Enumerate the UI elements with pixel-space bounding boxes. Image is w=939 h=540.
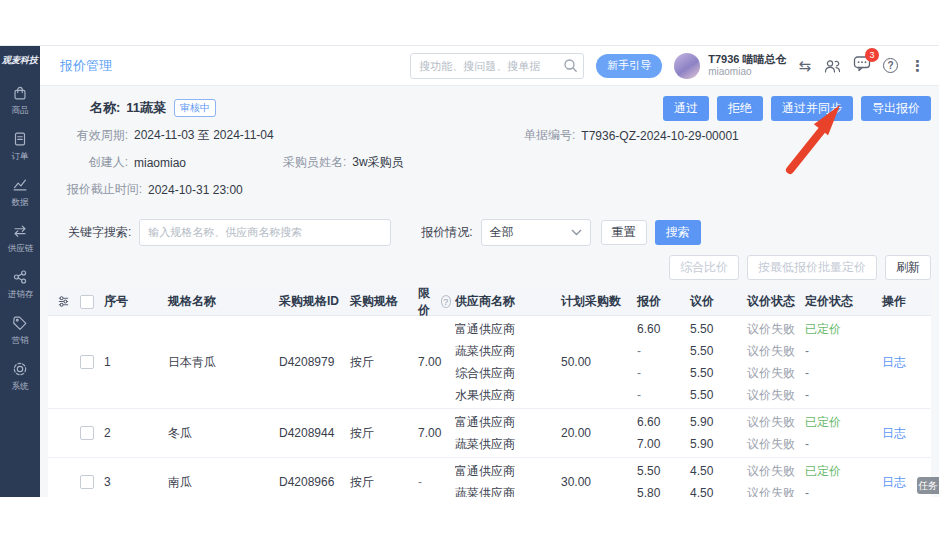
negotiated-prices: 5.505.505.505.50	[686, 318, 743, 406]
pricing-status: 已定价-	[801, 411, 857, 455]
help-icon[interactable]: ?	[883, 58, 898, 73]
task-floating-tab[interactable]: 任务	[917, 477, 939, 494]
period-value: 2024-11-03 至 2024-11-04	[134, 127, 274, 144]
quote-status-value: 全部	[490, 224, 514, 241]
row-index: 2	[100, 411, 164, 455]
sidebar-item-marketing[interactable]: 营销	[0, 307, 40, 353]
column-header: 议价状态	[743, 288, 801, 315]
messages-button[interactable]: 3	[853, 55, 871, 76]
column-header: 采购规格ID	[275, 288, 346, 315]
spec-id: D4208944	[275, 411, 346, 455]
sidebar-item-goods[interactable]: 商品	[0, 77, 40, 123]
switch-account-icon[interactable]: ⇆	[798, 58, 811, 73]
pricing-status: 已定价---	[801, 318, 857, 406]
column-header: 限价?	[414, 288, 451, 315]
sidebar-item-inventory[interactable]: 进销存	[0, 261, 40, 307]
reset-button[interactable]: 重置	[601, 220, 647, 245]
sidebar-item-data[interactable]: 数据	[0, 169, 40, 215]
global-search	[410, 53, 584, 79]
bag-icon	[11, 84, 29, 102]
screenshot-canvas: 观麦科技 商品订单数据供应链进销存营销系统 报价管理 新手引导 T7936 喵	[0, 0, 939, 540]
quote-price: 7.00	[637, 433, 660, 455]
row-checkbox-cell	[75, 460, 100, 497]
sidebar-item-label: 进销存	[7, 288, 33, 300]
supplier-names: 富通供应商蔬菜供应商	[451, 460, 557, 497]
gear-icon	[11, 360, 29, 378]
row-actions: 日志	[857, 318, 931, 406]
row-lead-cell	[48, 411, 75, 455]
message-badge: 3	[865, 48, 879, 62]
keyword-label: 关键字搜索:	[68, 224, 131, 241]
quote-price: 5.50	[637, 460, 660, 482]
export-quote-button[interactable]: 导出报价	[861, 96, 931, 121]
row-checkbox[interactable]	[80, 475, 94, 489]
tenant-name: T7936 喵喵总仓	[708, 53, 786, 66]
quote-price: 6.60	[637, 411, 660, 433]
column-header: 操作	[857, 288, 931, 315]
sidebar-item-orders[interactable]: 订单	[0, 123, 40, 169]
deadline-value: 2024-10-31 23:00	[148, 183, 243, 197]
sidebar-item-system[interactable]: 系统	[0, 353, 40, 399]
row-checkbox[interactable]	[80, 355, 94, 369]
negotiated-price: 5.50	[690, 318, 713, 340]
plan-quantity: 50.00	[557, 318, 633, 406]
reject-button[interactable]: 拒绝	[717, 96, 763, 121]
spec-id: D4208979	[275, 318, 346, 406]
negotiated-price: 5.90	[690, 411, 713, 433]
log-link[interactable]: 日志	[882, 474, 906, 491]
plan-quantity: 30.00	[557, 460, 633, 497]
global-search-input[interactable]	[410, 53, 584, 79]
negotiation-status: 议价失败议价失败	[743, 460, 801, 497]
doc-no-value: T7936-QZ-2024-10-29-00001	[581, 129, 738, 143]
quote-prices: 6.60---	[633, 318, 686, 406]
spec-name: 冬瓜	[164, 411, 275, 455]
select-all-checkbox[interactable]	[80, 295, 94, 309]
row-checkbox[interactable]	[80, 426, 94, 440]
negotiation-status: 议价失败议价失败议价失败议价失败	[743, 318, 801, 406]
sidebar-item-label: 商品	[11, 104, 28, 116]
supplier-name: 蔬菜供应商	[455, 482, 515, 497]
quote-status-label: 报价情况:	[421, 224, 472, 241]
more-menu-icon[interactable]: ⋮	[910, 58, 925, 73]
supplier-name: 综合供应商	[455, 362, 515, 384]
sidebar-item-label: 营销	[11, 334, 28, 346]
keyword-search-input[interactable]	[139, 219, 391, 246]
limit-price: -	[414, 460, 451, 497]
refresh-button[interactable]: 刷新	[885, 255, 931, 280]
column-header: 规格名称	[164, 288, 275, 315]
log-link[interactable]: 日志	[882, 354, 906, 371]
negotiated-price: 4.50	[690, 482, 713, 497]
negotiated-price: 5.90	[690, 433, 713, 455]
breadcrumb[interactable]: 报价管理	[60, 57, 112, 75]
limit-price: 7.00	[414, 318, 451, 406]
column-settings-icon[interactable]	[48, 288, 75, 315]
approve-button[interactable]: 通过	[663, 96, 709, 121]
negotiation-status-value: 议价失败	[747, 482, 795, 497]
buyer-label: 采购员姓名:	[283, 154, 346, 171]
table-header: 序号规格名称采购规格ID采购规格限价?供应商名称计划采购数报价议价议价状态定价状…	[48, 288, 931, 316]
tenant-switcher[interactable]: T7936 喵喵总仓 miaomiao	[708, 53, 786, 77]
negotiated-prices: 4.504.50	[686, 460, 743, 497]
log-link[interactable]: 日志	[882, 425, 906, 442]
column-header: 采购规格	[346, 288, 414, 315]
avatar[interactable]	[674, 53, 700, 79]
quote-prices: 6.607.00	[633, 411, 686, 455]
buyer-value: 3w采购员	[352, 154, 403, 171]
sidebar-item-supply-chain[interactable]: 供应链	[0, 215, 40, 261]
guide-button[interactable]: 新手引导	[596, 54, 662, 78]
table-toolbar: 综合比价 按最低报价批量定价 刷新	[48, 255, 931, 281]
search-button[interactable]: 搜索	[655, 220, 701, 245]
negotiation-status-value: 议价失败	[747, 384, 795, 406]
batch-lowest-price-button[interactable]: 按最低报价批量定价	[747, 255, 877, 280]
creator-label: 创建人:	[62, 154, 128, 171]
supplier-name: 蔬菜供应商	[455, 433, 515, 455]
chevron-down-icon	[571, 229, 582, 236]
quote-status-select[interactable]: 全部	[481, 219, 591, 246]
negotiation-status-value: 议价失败	[747, 340, 795, 362]
supplier-name: 富通供应商	[455, 411, 515, 433]
approve-and-sync-button[interactable]: 通过并同步	[771, 96, 853, 121]
users-group-icon[interactable]	[823, 58, 841, 74]
header-checkbox-cell	[75, 288, 100, 315]
compare-price-button[interactable]: 综合比价	[669, 255, 739, 280]
negotiation-status-value: 议价失败	[747, 318, 795, 340]
